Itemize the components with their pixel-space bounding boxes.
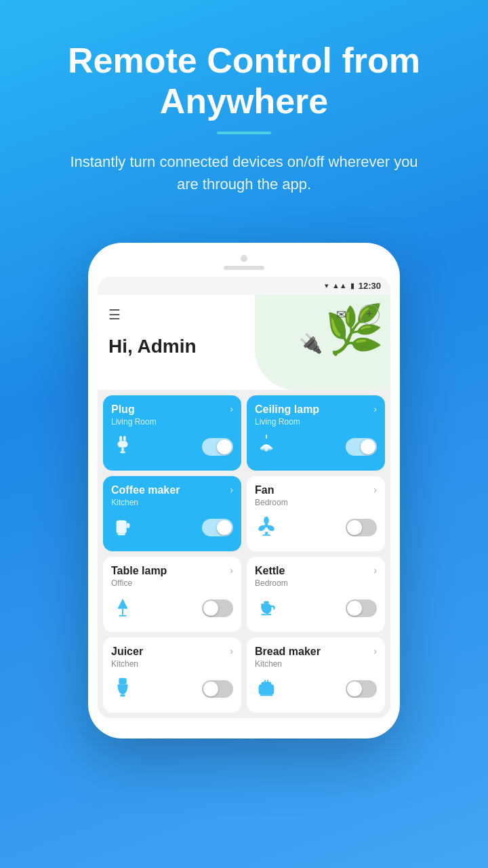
svg-rect-27 (264, 679, 266, 683)
device-grid: Plug › Living Room Ceiling lamp › Living… (98, 390, 390, 718)
device-name: Bread maker (255, 646, 321, 658)
device-icon-coffee-maker (111, 514, 134, 542)
toggle-knob (347, 682, 362, 696)
svg-rect-17 (265, 532, 268, 534)
device-card-kettle[interactable]: Kettle › Bedroom (247, 557, 385, 632)
toggle-knob (217, 520, 232, 535)
battery-icon: ▮ (350, 281, 354, 290)
chevron-right-icon: › (230, 646, 233, 656)
device-icon-juicer (111, 675, 134, 703)
device-card-plug[interactable]: Plug › Living Room (103, 395, 241, 471)
svg-point-14 (264, 516, 269, 524)
status-icons: ▾ ▲▲ ▮ (325, 281, 354, 290)
device-bottom (255, 595, 377, 623)
signal-icon: ▲▲ (332, 281, 347, 290)
phone-mockup: ▾ ▲▲ ▮ 12:30 🌿 🔌 ☰ ✉ + (0, 243, 488, 738)
device-toggle[interactable] (346, 680, 377, 698)
device-card-top: Plug › (111, 403, 233, 416)
device-bottom (111, 433, 233, 461)
device-card-top: Ceiling lamp › (255, 403, 377, 416)
toggle-knob (203, 682, 218, 696)
chevron-right-icon: › (230, 484, 233, 495)
subtitle: Instantly turn connected devices on/off … (68, 151, 420, 195)
main-title: Remote Control from Anywhere (41, 41, 447, 122)
device-icon-ceiling-lamp (255, 433, 278, 461)
app-header-top: ☰ ✉ + (108, 304, 380, 325)
device-bottom (255, 675, 377, 703)
device-icon-kettle (255, 595, 278, 623)
device-toggle[interactable] (346, 438, 377, 456)
wifi-icon: ▾ (325, 281, 329, 290)
device-location: Kitchen (111, 498, 233, 507)
device-card-top: Juicer › (111, 646, 233, 658)
svg-rect-25 (259, 684, 274, 694)
svg-rect-0 (119, 435, 122, 441)
svg-rect-7 (265, 448, 268, 451)
svg-point-11 (119, 523, 124, 528)
device-name: Ceiling lamp (255, 403, 319, 416)
promo-header: Remote Control from Anywhere Instantly t… (0, 0, 488, 222)
device-location: Office (111, 578, 233, 588)
phone-speaker (224, 266, 264, 270)
device-toggle[interactable] (202, 680, 233, 698)
device-toggle[interactable] (346, 599, 377, 617)
toggle-knob (347, 601, 362, 616)
device-icon-fan (255, 514, 278, 542)
svg-rect-28 (267, 679, 268, 683)
device-name: Fan (255, 484, 274, 496)
chevron-right-icon: › (373, 646, 377, 656)
toggle-knob (361, 439, 375, 454)
mail-button[interactable]: ✉ (331, 304, 351, 325)
svg-rect-12 (119, 520, 124, 523)
device-card-fan[interactable]: Fan › Bedroom (247, 476, 385, 551)
phone-screen: ▾ ▲▲ ▮ 12:30 🌿 🔌 ☰ ✉ + (98, 277, 390, 718)
title-underline (217, 132, 271, 134)
device-location: Kitchen (255, 659, 377, 669)
device-card-ceiling-lamp[interactable]: Ceiling lamp › Living Room (247, 395, 385, 471)
header-actions: ✉ + (331, 304, 380, 325)
svg-rect-19 (122, 608, 123, 614)
svg-rect-24 (120, 694, 125, 696)
toggle-knob (203, 601, 218, 616)
device-location: Bedroom (255, 498, 377, 507)
greeting-text: Hi, Admin (108, 336, 380, 368)
device-card-coffee-maker[interactable]: Coffee maker › Kitchen (103, 476, 241, 551)
status-bar: ▾ ▲▲ ▮ 12:30 (98, 277, 390, 295)
device-icon-bread-maker (255, 675, 278, 703)
device-name: Coffee maker (111, 484, 180, 496)
svg-rect-20 (119, 615, 126, 616)
device-name: Table lamp (111, 565, 167, 577)
svg-rect-29 (260, 694, 273, 696)
chevron-right-icon: › (230, 403, 233, 414)
device-location: Bedroom (255, 578, 377, 588)
device-toggle[interactable] (202, 519, 233, 536)
svg-rect-23 (119, 677, 126, 684)
device-toggle[interactable] (202, 438, 233, 456)
svg-rect-10 (117, 533, 125, 535)
device-card-table-lamp[interactable]: Table lamp › Office (103, 557, 241, 632)
device-bottom (111, 675, 233, 703)
svg-rect-4 (120, 451, 125, 453)
chevron-right-icon: › (230, 565, 233, 576)
device-card-juicer[interactable]: Juicer › Kitchen (103, 637, 241, 713)
device-bottom (255, 514, 377, 542)
device-card-top: Coffee maker › (111, 484, 233, 496)
chevron-right-icon: › (373, 565, 377, 576)
device-icon-table-lamp (111, 595, 134, 623)
device-bottom (255, 433, 377, 461)
hamburger-menu[interactable]: ☰ (108, 307, 121, 323)
add-button[interactable]: + (359, 304, 380, 325)
device-toggle[interactable] (202, 599, 233, 617)
device-card-bread-maker[interactable]: Bread maker › Kitchen (247, 637, 385, 713)
device-location: Living Room (255, 417, 377, 427)
device-location: Living Room (111, 417, 233, 427)
phone-frame: ▾ ▲▲ ▮ 12:30 🌿 🔌 ☰ ✉ + (88, 243, 400, 738)
device-bottom (111, 595, 233, 623)
device-name: Juicer (111, 646, 143, 658)
app-header: 🌿 🔌 ☰ ✉ + Hi, Admin (98, 295, 390, 390)
device-card-top: Bread maker › (255, 646, 377, 658)
device-toggle[interactable] (346, 519, 377, 536)
device-icon-plug (111, 433, 134, 461)
phone-camera (241, 255, 247, 262)
status-time: 12:30 (359, 281, 381, 291)
